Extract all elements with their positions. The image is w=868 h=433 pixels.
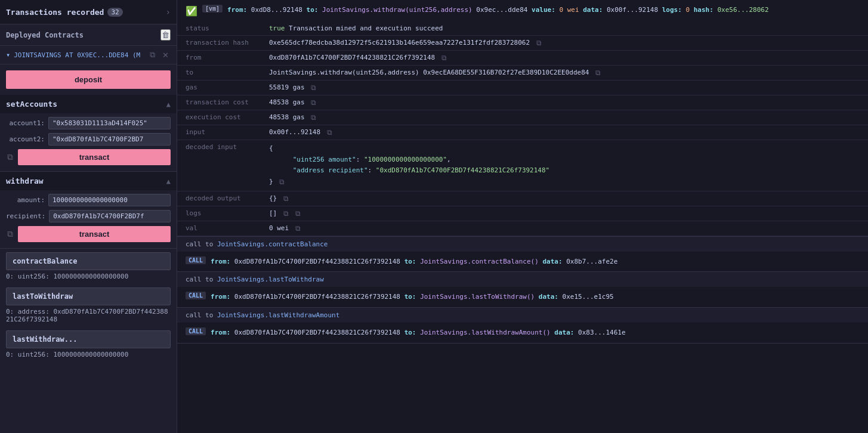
decoded-output-key: decoded output <box>177 191 261 206</box>
call-last-to-withdraw-entry: call to JointSavings.lastToWithdraw CALL… <box>177 272 868 308</box>
vm-transaction-entry: ✅ [vm] from: 0xdD8...92148 to: JointSavi… <box>177 0 868 237</box>
table-row: execution cost 48538 gas ⧉ <box>177 110 868 125</box>
vm-tx-meta: from: 0xdD8...92148 to: JointSavings.wit… <box>227 5 768 16</box>
account2-label: account2: <box>6 135 45 143</box>
call-contract-balance-entry: call to JointSavings.contractBalance CAL… <box>177 237 868 273</box>
call-contract-balance-header: CALL from: 0xdD870fA1b7C4700F2BD7f442388… <box>177 252 868 272</box>
copy-gas-button[interactable]: ⧉ <box>311 83 316 92</box>
table-row: logs [] ⧉ ⧉ <box>177 206 868 221</box>
deposit-button[interactable]: deposit <box>6 70 171 89</box>
table-row: gas 55819 gas ⧉ <box>177 81 868 95</box>
set-accounts-header[interactable]: setAccounts ▲ <box>0 95 177 113</box>
call-badge-3: CALL <box>186 327 206 335</box>
contract-balance-button[interactable]: contractBalance <box>6 252 171 270</box>
from-key: from <box>177 51 261 66</box>
val-key: val <box>177 221 261 236</box>
right-panel: ✅ [vm] from: 0xdD8...92148 to: JointSavi… <box>177 0 868 433</box>
call-last-withdraw-amount-meta: from: 0xdD870fA1b7C4700F2BD7f44238821C26… <box>211 327 625 338</box>
tx-cost-key: transaction cost <box>177 95 261 110</box>
logs-value: [] ⧉ ⧉ <box>261 206 868 221</box>
delete-all-contracts-button[interactable]: 🗑 <box>160 29 171 41</box>
amount-row: amount: <box>6 194 171 206</box>
decoded-output-value: {} ⧉ <box>261 191 868 206</box>
copy-val-button[interactable]: ⧉ <box>295 224 301 233</box>
account2-row: account2: <box>6 133 171 146</box>
copy-withdraw-button[interactable]: ⧉ <box>6 228 14 240</box>
copy-from-button[interactable]: ⧉ <box>441 54 447 62</box>
withdraw-body: amount: recipient: ⧉ transact <box>0 190 177 248</box>
tx-hash-key: transaction hash <box>177 36 261 51</box>
remove-contract-button[interactable]: ✕ <box>160 50 171 60</box>
account1-input[interactable] <box>48 117 171 129</box>
withdraw-chevron-icon: ▲ <box>166 177 171 185</box>
call-last-withdraw-amount-label: call to JointSavings.lastWithdrawAmount <box>177 308 868 323</box>
transactions-header: Transactions recorded 32 › <box>0 0 177 24</box>
call-contract-balance-meta: from: 0xdD870fA1b7C4700F2BD7f44238821C26… <box>211 256 617 267</box>
deployed-contracts-header: Deployed Contracts 🗑 <box>0 24 177 46</box>
copy-exec-cost-button[interactable]: ⧉ <box>311 113 316 122</box>
recipient-label: recipient: <box>6 212 45 220</box>
copy-to-button[interactable]: ⧉ <box>595 69 601 77</box>
call-last-to-withdraw-header: CALL from: 0xdD870fA1b7C4700F2BD7f442388… <box>177 287 868 307</box>
copy-decoded-input-button[interactable]: ⧉ <box>279 178 285 186</box>
call-contract-balance-label: call to JointSavings.contractBalance <box>177 237 868 252</box>
success-icon: ✅ <box>186 5 197 17</box>
contract-chevron-icon: ▾ <box>6 51 10 59</box>
copy-logs-2-button[interactable]: ⧉ <box>295 209 301 218</box>
to-value: JointSavings.withdraw(uint256,address) 0… <box>261 66 868 81</box>
withdraw-transact-button[interactable]: transact <box>18 226 171 242</box>
table-row: from 0xdD870fA1b7C4700F2BD7f44238821C26f… <box>177 51 868 66</box>
copy-set-accounts-button[interactable]: ⧉ <box>6 151 14 163</box>
call-last-withdraw-amount-header: CALL from: 0xdD870fA1b7C4700F2BD7f442388… <box>177 323 868 343</box>
copy-logs-button[interactable]: ⧉ <box>283 209 289 218</box>
gas-key: gas <box>177 81 261 95</box>
withdraw-transact-row: ⧉ transact <box>6 226 171 242</box>
table-row: val 0 wei ⧉ <box>177 221 868 236</box>
amount-input[interactable] <box>48 194 171 206</box>
left-panel: Transactions recorded 32 › Deployed Cont… <box>0 0 177 433</box>
from-value: 0xdD870fA1b7C4700F2BD7f44238821C26f73921… <box>261 51 868 66</box>
last-withdraw-amount-button[interactable]: lastWithdraw... <box>6 330 171 348</box>
deployed-contracts-label: Deployed Contracts <box>6 31 160 39</box>
transactions-title: Transactions recorded <box>6 8 104 17</box>
input-value: 0x00f...92148 ⧉ <box>261 125 868 140</box>
set-accounts-transact-button[interactable]: transact <box>18 149 171 165</box>
call-badge-1: CALL <box>186 256 206 264</box>
copy-contract-button[interactable]: ⧉ <box>148 50 157 60</box>
status-value: true Transaction mined and execution suc… <box>261 21 868 36</box>
vm-badge: [vm] <box>202 5 223 13</box>
last-to-withdraw-button[interactable]: lastToWithdraw <box>6 287 171 305</box>
account1-label: account1: <box>6 119 45 127</box>
call-last-to-withdraw-label: call to JointSavings.lastToWithdraw <box>177 272 868 287</box>
set-accounts-body: account1: account2: ⧉ transact <box>0 113 177 171</box>
account2-input[interactable] <box>48 133 171 146</box>
table-row: transaction hash 0xe565dcf78edcba38d1297… <box>177 36 868 51</box>
input-key: input <box>177 125 261 140</box>
status-key: status <box>177 21 261 36</box>
table-row: status true Transaction mined and execut… <box>177 21 868 36</box>
chevron-right-icon[interactable]: › <box>166 7 171 17</box>
val-value: 0 wei ⧉ <box>261 221 868 236</box>
set-accounts-section: setAccounts ▲ account1: account2: ⧉ tran… <box>0 95 177 172</box>
copy-tx-hash-button[interactable]: ⧉ <box>536 39 542 47</box>
table-row: to JointSavings.withdraw(uint256,address… <box>177 66 868 81</box>
table-row: transaction cost 48538 gas ⧉ <box>177 95 868 110</box>
account1-row: account1: <box>6 117 171 129</box>
recipient-input[interactable] <box>49 210 171 222</box>
withdraw-header[interactable]: withdraw ▲ <box>0 172 177 190</box>
logs-key: logs <box>177 206 261 221</box>
call-last-to-withdraw-meta: from: 0xdD870fA1b7C4700F2BD7f44238821C26… <box>211 292 614 302</box>
copy-input-button[interactable]: ⧉ <box>327 128 332 137</box>
tx-details-table: status true Transaction mined and execut… <box>177 21 868 236</box>
copy-decoded-output-button[interactable]: ⧉ <box>283 194 289 203</box>
copy-tx-cost-button[interactable]: ⧉ <box>311 98 316 107</box>
vm-tx-header: ✅ [vm] from: 0xdD8...92148 to: JointSavi… <box>177 0 868 21</box>
gas-value: 55819 gas ⧉ <box>261 81 868 95</box>
last-to-withdraw-value: 0: address: 0xdD870fA1b7C4700F2BD7f44238… <box>0 307 177 327</box>
withdraw-section: withdraw ▲ amount: recipient: ⧉ transact <box>0 172 177 249</box>
withdraw-title: withdraw <box>6 177 44 185</box>
call-badge-2: CALL <box>186 292 206 299</box>
set-accounts-title: setAccounts <box>6 100 57 109</box>
set-accounts-transact-row: ⧉ transact <box>6 149 171 165</box>
decoded-input-value: { "uint256 amount": "1000000000000000000… <box>261 140 868 191</box>
